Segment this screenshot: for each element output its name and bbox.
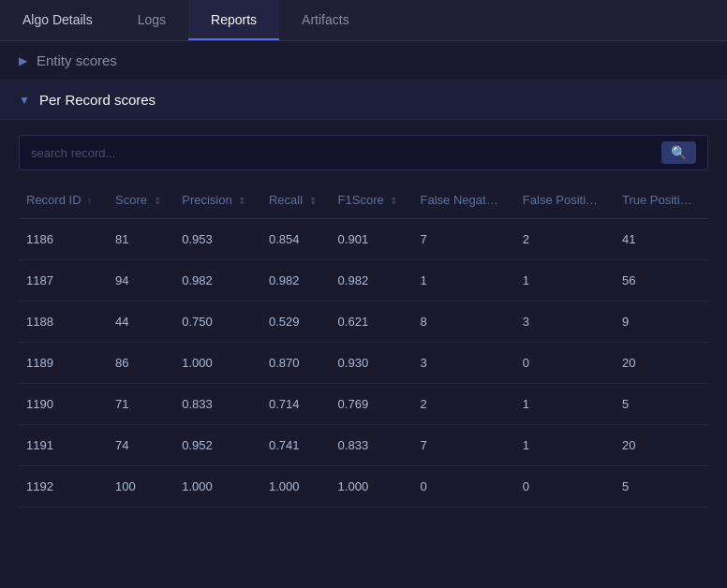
table-header-row: Record ID ↑ Score ⇕ Precision ⇕ Recall ⇕…	[19, 182, 708, 219]
cell-row5-col7: 20	[615, 425, 708, 466]
nav-reports[interactable]: Reports	[188, 0, 279, 40]
cell-row2-col0: 1188	[19, 301, 108, 343]
sort-icon-precision: ⇕	[238, 196, 245, 206]
records-table-container: Record ID ↑ Score ⇕ Precision ⇕ Recall ⇕…	[0, 182, 727, 507]
cell-row5-col2: 0.952	[174, 425, 261, 466]
table-row: 1191740.9520.7410.8337120	[19, 425, 708, 466]
col-false-pos: False Positi…	[515, 182, 615, 219]
sort-icon-recall: ⇕	[309, 196, 317, 206]
table-row: 11921001.0001.0001.000005	[19, 466, 708, 507]
chevron-right-icon: ▶	[19, 54, 27, 67]
table-row: 1188440.7500.5290.621839	[19, 301, 708, 343]
cell-row3-col0: 1189	[19, 343, 108, 384]
cell-row3-col6: 0	[515, 343, 615, 384]
cell-row6-col3: 1.000	[261, 466, 331, 507]
cell-row5-col5: 7	[413, 425, 515, 466]
cell-row2-col7: 9	[615, 301, 708, 343]
cell-row2-col1: 44	[108, 301, 174, 343]
cell-row4-col4: 0.769	[331, 384, 413, 425]
section-entity-scores[interactable]: ▶ Entity scores	[0, 41, 727, 81]
chevron-down-icon: ▼	[19, 94, 30, 107]
col-precision[interactable]: Precision ⇕	[174, 182, 261, 219]
cell-row4-col7: 5	[615, 384, 708, 425]
cell-row5-col3: 0.741	[261, 425, 331, 466]
cell-row1-col5: 1	[413, 260, 515, 301]
cell-row0-col6: 2	[515, 219, 615, 260]
search-container: 🔍	[0, 120, 727, 182]
cell-row3-col7: 20	[615, 343, 708, 384]
col-true-pos: True Positi…	[615, 182, 708, 219]
cell-row6-col4: 1.000	[331, 466, 413, 507]
cell-row4-col0: 1190	[19, 384, 108, 425]
cell-row2-col5: 8	[413, 301, 515, 343]
cell-row4-col5: 2	[413, 384, 515, 425]
table-row: 1186810.9530.8540.9017241	[19, 219, 708, 260]
cell-row5-col6: 1	[515, 425, 615, 466]
cell-row1-col4: 0.982	[331, 260, 413, 301]
search-input[interactable]	[31, 146, 654, 160]
cell-row5-col1: 74	[108, 425, 174, 466]
cell-row0-col4: 0.901	[331, 219, 413, 260]
search-button[interactable]: 🔍	[661, 141, 696, 164]
nav-algo-details[interactable]: Algo Details	[0, 0, 115, 40]
cell-row1-col6: 1	[515, 260, 615, 301]
cell-row2-col3: 0.529	[261, 301, 331, 343]
cell-row0-col1: 81	[108, 219, 174, 260]
cell-row0-col3: 0.854	[261, 219, 331, 260]
records-table: Record ID ↑ Score ⇕ Precision ⇕ Recall ⇕…	[19, 182, 708, 507]
nav-artifacts[interactable]: Artifacts	[279, 0, 372, 40]
cell-row3-col4: 0.930	[331, 343, 413, 384]
cell-row6-col6: 0	[515, 466, 615, 507]
col-score[interactable]: Score ⇕	[108, 182, 174, 219]
section-entity-scores-label: Entity scores	[37, 52, 117, 68]
cell-row3-col2: 1.000	[174, 343, 261, 384]
table-row: 1187940.9820.9820.9821156	[19, 260, 708, 301]
cell-row0-col5: 7	[413, 219, 515, 260]
cell-row2-col4: 0.621	[331, 301, 413, 343]
nav-logs[interactable]: Logs	[115, 0, 188, 40]
top-navigation: Algo Details Logs Reports Artifacts	[0, 0, 727, 41]
search-bar: 🔍	[19, 135, 708, 170]
table-row: 1190710.8330.7140.769215	[19, 384, 708, 425]
sort-icon-score: ⇕	[154, 196, 161, 206]
cell-row1-col7: 56	[615, 260, 708, 301]
cell-row1-col2: 0.982	[174, 260, 261, 301]
cell-row1-col3: 0.982	[261, 260, 331, 301]
section-per-record-scores-label: Per Record scores	[39, 92, 156, 108]
cell-row0-col7: 41	[615, 219, 708, 260]
cell-row0-col2: 0.953	[174, 219, 261, 260]
sort-icon-record-id: ↑	[87, 196, 92, 206]
cell-row2-col6: 3	[515, 301, 615, 343]
cell-row4-col2: 0.833	[174, 384, 261, 425]
cell-row5-col0: 1191	[19, 425, 108, 466]
col-record-id[interactable]: Record ID ↑	[19, 182, 108, 219]
table-row: 1189861.0000.8700.9303020	[19, 343, 708, 384]
cell-row2-col2: 0.750	[174, 301, 261, 343]
cell-row5-col4: 0.833	[331, 425, 413, 466]
cell-row4-col6: 1	[515, 384, 615, 425]
cell-row3-col5: 3	[413, 343, 515, 384]
cell-row6-col2: 1.000	[174, 466, 261, 507]
col-false-neg: False Negat…	[413, 182, 515, 219]
cell-row3-col1: 86	[108, 343, 174, 384]
cell-row6-col0: 1192	[19, 466, 108, 507]
cell-row3-col3: 0.870	[261, 343, 331, 384]
section-per-record-scores[interactable]: ▼ Per Record scores	[0, 81, 727, 120]
table-body: 1186810.9530.8540.90172411187940.9820.98…	[19, 219, 708, 507]
cell-row4-col3: 0.714	[261, 384, 331, 425]
col-recall[interactable]: Recall ⇕	[261, 182, 331, 219]
cell-row4-col1: 71	[108, 384, 174, 425]
cell-row6-col7: 5	[615, 466, 708, 507]
col-f1score[interactable]: F1Score ⇕	[331, 182, 413, 219]
sort-icon-f1score: ⇕	[390, 196, 397, 206]
cell-row6-col1: 100	[108, 466, 174, 507]
cell-row1-col1: 94	[108, 260, 174, 301]
cell-row1-col0: 1187	[19, 260, 108, 301]
cell-row0-col0: 1186	[19, 219, 108, 260]
cell-row6-col5: 0	[413, 466, 515, 507]
